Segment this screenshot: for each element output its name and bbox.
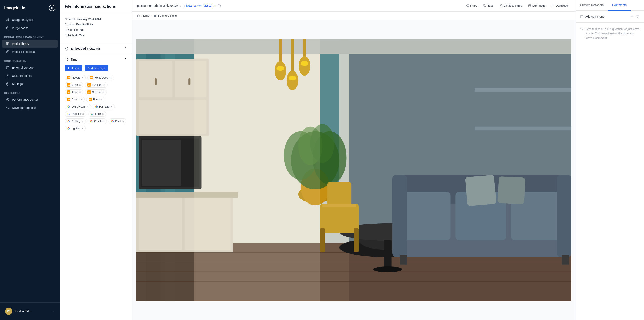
edit-focus-button[interactable]: Edit focus area bbox=[497, 3, 525, 9]
filter-icon[interactable]: ≡ bbox=[630, 14, 634, 20]
user-profile-row[interactable]: PE Pradita Ekka ⌄ bbox=[4, 306, 56, 316]
tag-remove-button[interactable]: × bbox=[79, 90, 81, 94]
svg-point-10 bbox=[7, 83, 8, 84]
expand-button[interactable]: ⊕ bbox=[49, 5, 55, 11]
download-icon bbox=[551, 4, 554, 7]
tag-label: Furniture bbox=[92, 83, 102, 86]
tag-remove-button[interactable]: × bbox=[100, 98, 102, 101]
tag-remove-button[interactable]: × bbox=[79, 83, 81, 87]
svg-rect-89 bbox=[562, 255, 569, 264]
add-auto-tags-button[interactable]: Add auto tags bbox=[84, 65, 108, 71]
tags-button[interactable]: Tags bbox=[481, 3, 496, 9]
tag-remove-button[interactable]: × bbox=[87, 105, 88, 108]
sidebar-item-media-collections[interactable]: Media collections bbox=[2, 48, 58, 56]
info-icon[interactable] bbox=[218, 4, 221, 8]
library-icon bbox=[6, 42, 9, 45]
breadcrumb-folder: Furniture shots bbox=[158, 14, 177, 17]
sidebar-label: Media collections bbox=[12, 50, 35, 54]
google-provider-icon bbox=[67, 127, 70, 130]
collections-icon bbox=[6, 50, 9, 54]
version-badge[interactable]: Latest version (9f0bb1) bbox=[186, 4, 216, 7]
diamond-outline-icon bbox=[580, 27, 584, 31]
gear-icon bbox=[6, 82, 9, 86]
google-provider-icon bbox=[111, 120, 114, 123]
svg-line-20 bbox=[467, 5, 468, 5]
svg-rect-90 bbox=[465, 175, 497, 206]
performance-icon bbox=[6, 98, 9, 101]
tags-chevron-up-icon[interactable]: ⌃ bbox=[124, 58, 127, 61]
sidebar-item-external-storage[interactable]: External storage bbox=[2, 64, 58, 71]
tag-item: Plant× bbox=[108, 118, 126, 124]
tag-remove-button[interactable]: × bbox=[82, 119, 84, 123]
tag-label: Lighting bbox=[71, 127, 80, 130]
sidebar-item-performance-center[interactable]: Performance center bbox=[2, 96, 58, 103]
tags-icon bbox=[65, 58, 68, 61]
tag-remove-button[interactable]: × bbox=[104, 83, 105, 87]
tag-remove-button[interactable]: × bbox=[82, 76, 83, 79]
sidebar-item-purge-cache[interactable]: Purge cache bbox=[2, 24, 58, 32]
file-info-panel: File information and actions Created : J… bbox=[60, 0, 132, 320]
room-image bbox=[136, 24, 572, 316]
sidebar-label: Purge cache bbox=[12, 26, 29, 30]
section-label-developer: DEVELOPER bbox=[0, 88, 60, 96]
tag-item: Table× bbox=[88, 111, 106, 117]
sidebar-item-settings[interactable]: Settings bbox=[2, 80, 58, 88]
download-button[interactable]: Download bbox=[549, 3, 570, 9]
tag-label: Indoors bbox=[72, 76, 80, 79]
svg-rect-91 bbox=[498, 177, 526, 204]
sidebar-item-developer-options[interactable]: Developer options bbox=[2, 104, 58, 112]
tab-custom-metadata[interactable]: Custom metadata bbox=[576, 0, 608, 11]
avatar: PE bbox=[5, 308, 12, 315]
sort-icon[interactable]: ▽ bbox=[636, 14, 640, 20]
edit-focus-label: Edit focus area bbox=[504, 4, 522, 7]
svg-point-8 bbox=[7, 51, 8, 52]
tag-label: Chair bbox=[72, 83, 78, 86]
creator-row: Creator : Pradita Ekka bbox=[65, 23, 127, 26]
svg-rect-6 bbox=[6, 44, 8, 45]
tag-remove-button[interactable]: × bbox=[103, 119, 104, 123]
panel-title: File information and actions bbox=[60, 0, 132, 13]
tags-label: Tags bbox=[71, 58, 78, 61]
tag-remove-button[interactable]: × bbox=[82, 112, 84, 116]
aws-provider-icon: aws bbox=[67, 90, 70, 94]
tag-remove-button[interactable]: × bbox=[103, 90, 104, 94]
tab-comments[interactable]: Comments bbox=[608, 0, 631, 11]
tag-label: Living Room bbox=[71, 105, 86, 108]
breadcrumb: Home › Furniture shots bbox=[132, 12, 576, 20]
svg-point-16 bbox=[468, 5, 468, 5]
tag-remove-button[interactable]: × bbox=[111, 105, 112, 108]
sidebar-label: URL endpoints bbox=[12, 74, 32, 77]
svg-point-22 bbox=[500, 5, 501, 6]
svg-rect-94 bbox=[194, 39, 320, 301]
svg-rect-83 bbox=[400, 192, 450, 240]
sidebar-item-usage-analytics[interactable]: Usage analytics bbox=[2, 16, 58, 24]
edit-tags-button[interactable]: Edit tags bbox=[65, 65, 82, 71]
sidebar-item-media-library[interactable]: Media library bbox=[2, 40, 58, 48]
embedded-metadata-header[interactable]: Embedded metadata ⌃ bbox=[60, 43, 132, 54]
copy-icon[interactable]: ⎘ bbox=[183, 4, 184, 8]
svg-rect-70 bbox=[384, 240, 392, 269]
purge-icon bbox=[6, 26, 9, 30]
svg-rect-72 bbox=[320, 204, 359, 233]
image-container[interactable] bbox=[132, 20, 576, 320]
tag-item: awsCushion× bbox=[85, 89, 107, 95]
aws-provider-icon: aws bbox=[67, 76, 70, 79]
tag-remove-button[interactable]: × bbox=[82, 127, 83, 130]
tag-remove-button[interactable]: × bbox=[80, 98, 82, 101]
sidebar-item-url-endpoints[interactable]: URL endpoints bbox=[2, 72, 58, 80]
tag-label: Couch bbox=[72, 98, 79, 101]
section-label-dam: DIGITAL ASSET MANAGEMENT bbox=[0, 32, 60, 40]
breadcrumb-home[interactable]: Home bbox=[142, 14, 149, 17]
add-comment-button[interactable]: Add comment bbox=[580, 15, 628, 18]
edit-image-button[interactable]: Edit image bbox=[526, 3, 548, 9]
tag-remove-button[interactable]: × bbox=[102, 112, 104, 116]
private-row: Private file : No bbox=[65, 28, 127, 31]
right-tabs: Custom metadata Comments bbox=[576, 0, 644, 11]
tag-remove-button[interactable]: × bbox=[122, 119, 124, 123]
tag-remove-button[interactable]: × bbox=[110, 76, 112, 79]
svg-rect-43 bbox=[188, 78, 190, 85]
svg-rect-87 bbox=[557, 175, 572, 257]
tags-header: Tags ⌃ bbox=[65, 58, 127, 61]
image-viewer-panel: pexels-max-rahubovskiy-64924... ⎘ Latest… bbox=[132, 0, 576, 320]
share-button[interactable]: Share bbox=[463, 3, 480, 9]
